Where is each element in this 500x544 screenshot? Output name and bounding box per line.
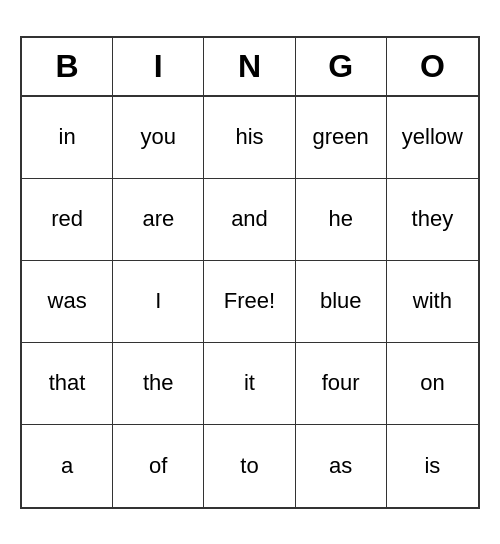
bingo-cell: it [204,343,295,425]
bingo-cell: his [204,97,295,179]
header-i: I [113,38,204,95]
bingo-card: B I N G O inyouhisgreenyellowredareandhe… [20,36,480,509]
bingo-cell: the [113,343,204,425]
bingo-cell: green [296,97,387,179]
header-g: G [296,38,387,95]
header-n: N [204,38,295,95]
bingo-header: B I N G O [22,38,478,97]
header-b: B [22,38,113,95]
bingo-cell: and [204,179,295,261]
bingo-cell: are [113,179,204,261]
bingo-cell: red [22,179,113,261]
bingo-cell: they [387,179,478,261]
bingo-cell: blue [296,261,387,343]
bingo-cell: on [387,343,478,425]
bingo-cell: was [22,261,113,343]
bingo-cell: Free! [204,261,295,343]
bingo-cell: as [296,425,387,507]
bingo-cell: he [296,179,387,261]
bingo-grid: inyouhisgreenyellowredareandhetheywasIFr… [22,97,478,507]
bingo-cell: with [387,261,478,343]
bingo-cell: in [22,97,113,179]
header-o: O [387,38,478,95]
bingo-cell: you [113,97,204,179]
bingo-cell: four [296,343,387,425]
bingo-cell: to [204,425,295,507]
bingo-cell: yellow [387,97,478,179]
bingo-cell: a [22,425,113,507]
bingo-cell: is [387,425,478,507]
bingo-cell: that [22,343,113,425]
bingo-cell: of [113,425,204,507]
bingo-cell: I [113,261,204,343]
